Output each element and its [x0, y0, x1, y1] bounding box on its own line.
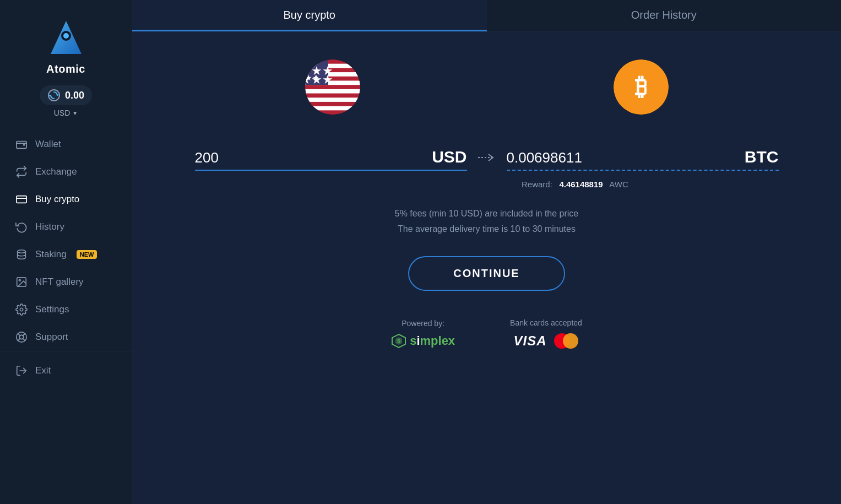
svg-line-16	[18, 339, 20, 341]
settings-icon	[15, 304, 28, 316]
from-currency-label: USD	[432, 148, 466, 166]
currency-icons-row: ★★★ ★★ ★★★ ₿	[165, 54, 808, 120]
tab-order-history[interactable]: Order History	[487, 0, 842, 31]
svg-rect-4	[17, 196, 26, 203]
to-amount-input[interactable]	[507, 149, 738, 166]
sidebar-item-label: Exit	[35, 365, 51, 376]
svg-text:S: S	[397, 338, 400, 344]
bank-cards-section: Bank cards accepted VISA	[510, 318, 582, 349]
inputs-row: USD BTC	[195, 148, 779, 171]
direction-arrow	[467, 152, 507, 163]
atomic-logo	[44, 17, 88, 61]
sidebar-item-label: Staking	[35, 249, 67, 260]
chevron-down-icon: ▼	[72, 110, 78, 116]
svg-point-9	[20, 308, 23, 311]
mc-right-circle	[563, 333, 578, 349]
simplex-name: simplex	[410, 334, 455, 348]
powered-by-section: Powered by: S simplex	[391, 319, 455, 349]
nft-icon	[15, 276, 28, 288]
sidebar-item-label: NFT gallery	[35, 277, 84, 288]
wallet-icon	[15, 138, 28, 150]
tab-buy-crypto[interactable]: Buy crypto	[132, 0, 487, 31]
sidebar-item-wallet[interactable]: Wallet	[0, 131, 132, 158]
from-amount-group: USD	[195, 148, 467, 171]
btc-svg: ₿	[625, 71, 658, 104]
exchange-icon	[15, 166, 28, 178]
new-badge: NEW	[77, 250, 97, 259]
simplex-logo: S simplex	[391, 333, 455, 349]
nav-bottom: Exit	[0, 351, 132, 384]
reward-value: 4.46148819	[559, 180, 603, 189]
usd-flag: ★★★ ★★ ★★★	[305, 59, 360, 115]
reward-row: Reward: 4.46148819 AWC	[195, 180, 779, 189]
footer-row: Powered by: S simplex Bank cards accepte…	[165, 318, 808, 349]
sidebar-item-label: Buy crypto	[35, 194, 79, 205]
to-amount-group: BTC	[507, 148, 779, 171]
us-flag-icon: ★★★ ★★ ★★★	[305, 59, 360, 115]
sidebar-item-support[interactable]: Support	[0, 323, 132, 351]
from-amount-input[interactable]	[195, 149, 426, 166]
sidebar-item-exit[interactable]: Exit	[0, 357, 132, 384]
sidebar-item-history[interactable]: History	[0, 213, 132, 241]
tab-label: Order History	[631, 9, 697, 21]
exit-icon	[15, 365, 28, 377]
cards-row: VISA	[513, 333, 578, 349]
btc-icon: ₿	[614, 59, 669, 115]
bank-cards-label: Bank cards accepted	[510, 318, 582, 327]
sidebar-item-label: History	[35, 221, 64, 232]
svg-line-13	[23, 339, 25, 341]
fee-info-text: 5% fees (min 10 USD) are included in the…	[395, 209, 579, 219]
support-icon	[15, 331, 28, 343]
svg-rect-3	[17, 142, 26, 149]
svg-text:★★★: ★★★	[305, 73, 333, 86]
main-panel: Buy crypto Order History	[132, 0, 841, 504]
bitcoin-symbol: ₿	[614, 59, 669, 115]
sidebar-item-staking[interactable]: Staking NEW	[0, 241, 132, 268]
continue-button[interactable]: CONTINUE	[408, 256, 565, 291]
buy-crypto-icon	[15, 193, 28, 205]
sidebar-item-settings[interactable]: Settings	[0, 296, 132, 323]
sync-icon	[47, 89, 61, 102]
app-name: Atomic	[46, 63, 85, 75]
svg-line-15	[23, 334, 25, 335]
staking-icon	[15, 248, 28, 261]
svg-point-1	[63, 33, 69, 39]
svg-point-6	[18, 250, 26, 253]
svg-rect-24	[305, 89, 360, 94]
arrow-icon	[478, 152, 496, 163]
history-icon	[15, 221, 28, 233]
info-block: 5% fees (min 10 USD) are included in the…	[395, 209, 579, 234]
sidebar-item-exchange[interactable]: Exchange	[0, 158, 132, 186]
delivery-info-text: The average delivery time is 10 to 30 mi…	[398, 224, 576, 234]
balance-value: 0.00	[65, 90, 84, 101]
content-area: ★★★ ★★ ★★★ ₿ USD	[132, 32, 841, 504]
balance-container: 0.00 USD ▼	[40, 85, 92, 117]
logo-container: Atomic	[44, 17, 88, 75]
sidebar-item-label: Settings	[35, 304, 69, 315]
sidebar-item-buy-crypto[interactable]: Buy crypto	[0, 186, 132, 213]
tab-label: Buy crypto	[284, 9, 335, 21]
to-currency-label: BTC	[745, 148, 779, 166]
sidebar-item-label: Wallet	[35, 139, 61, 150]
reward-token: AWC	[609, 180, 628, 189]
svg-text:₿: ₿	[635, 73, 647, 100]
svg-rect-25	[305, 97, 360, 102]
svg-line-12	[18, 334, 20, 336]
sidebar-item-nft-gallery[interactable]: NFT gallery	[0, 268, 132, 296]
powered-by-label: Powered by:	[401, 319, 444, 328]
reward-label: Reward: 4.46148819 AWC	[522, 180, 628, 189]
currency-selector[interactable]: USD ▼	[54, 109, 78, 117]
sidebar: Atomic 0.00 USD ▼ Wallet	[0, 0, 132, 504]
sidebar-item-label: Exchange	[35, 166, 77, 177]
svg-point-8	[19, 279, 20, 281]
visa-logo: VISA	[513, 333, 546, 349]
tab-bar: Buy crypto Order History	[132, 0, 841, 32]
svg-rect-26	[305, 106, 360, 111]
nav-items: Wallet Exchange Buy crypto History	[0, 131, 132, 493]
currency-label: USD	[54, 109, 70, 117]
balance-row: 0.00	[40, 85, 92, 105]
simplex-icon: S	[391, 333, 406, 349]
mastercard-logo	[554, 333, 578, 349]
sidebar-item-label: Support	[35, 332, 68, 343]
